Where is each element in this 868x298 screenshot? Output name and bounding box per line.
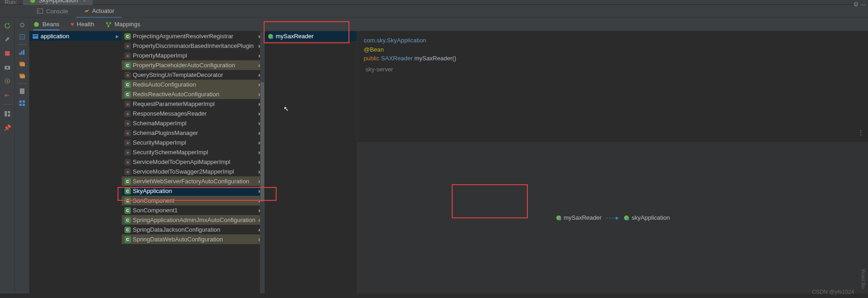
- health-filter[interactable]: ♥ Health: [71, 21, 94, 28]
- bean-item[interactable]: CSpringApplicationAdminJmxAutoConfigurat…: [122, 215, 265, 225]
- bean-item-label: ServletWebServerFactoryAutoConfiguration: [133, 178, 249, 185]
- class-icon: C: [124, 62, 131, 69]
- app-run-tab[interactable]: SkyApplication ×: [23, 0, 93, 5]
- mappings-label: Mappings: [114, 21, 140, 28]
- bug-rerun-icon[interactable]: [3, 76, 12, 86]
- code-annotation: @Bean: [364, 46, 384, 53]
- bean-item[interactable]: ●SecurityMapperImpl▶: [122, 138, 265, 147]
- stop-icon[interactable]: [3, 49, 12, 58]
- tool-icon[interactable]: [3, 35, 12, 44]
- bean-item[interactable]: CPropertyPlaceholderAutoConfiguration▶: [122, 60, 265, 70]
- refresh-icon[interactable]: [18, 20, 27, 29]
- arrow-icon: - - - -▸: [606, 214, 619, 221]
- doc-icon[interactable]: [18, 87, 27, 96]
- class-icon: C: [124, 33, 131, 40]
- bean-item[interactable]: ●RequestParameterMapperImpl▶: [122, 99, 265, 109]
- svg-rect-18: [20, 88, 24, 94]
- bean-item[interactable]: ●PropertyMapperImpl▶: [122, 51, 265, 60]
- chart-icon[interactable]: [18, 47, 27, 57]
- svg-rect-12: [21, 51, 23, 55]
- bean-item[interactable]: ●SecuritySchemeMapperImpl▶: [122, 147, 265, 157]
- class-icon: C: [124, 91, 131, 98]
- layout-icon[interactable]: [3, 109, 12, 118]
- watermark: CSDN @yfs1024: [812, 289, 854, 295]
- mappings-icon: [105, 21, 112, 28]
- run-label: Run:: [5, 0, 17, 6]
- component-icon: ●: [124, 159, 131, 165]
- graph-pane[interactable]: mySaxReader - - - -▸ skyApplication: [357, 142, 868, 293]
- svg-rect-1: [37, 9, 43, 13]
- bean-item-label: SpringApplicationAdminJmxAutoConfigurati…: [133, 216, 255, 223]
- bean-item[interactable]: CRedisAutoConfiguration▶: [122, 80, 265, 89]
- bean-item-label: QueryStringUriTemplateDecorator: [133, 71, 223, 78]
- minimize-icon[interactable]: —: [860, 1, 866, 8]
- console-tab[interactable]: Console: [30, 5, 76, 18]
- class-icon: C: [124, 188, 131, 194]
- svg-rect-28: [34, 35, 37, 35]
- mysaxreader-item[interactable]: mySaxReader: [265, 31, 357, 41]
- bean-item[interactable]: CSpringDataWebAutoConfiguration▶: [122, 234, 265, 244]
- scrollbar[interactable]: [260, 31, 265, 293]
- rerun-icon[interactable]: [3, 21, 12, 30]
- bean-item[interactable]: ●ResponseMessagesReader▶: [122, 109, 265, 118]
- layers-icon[interactable]: [18, 59, 27, 69]
- svg-point-6: [6, 80, 8, 82]
- bean-item[interactable]: CServletWebServerFactoryAutoConfiguratio…: [122, 176, 265, 186]
- bean-item[interactable]: ●ServiceModelToSwagger2MapperImpl▶: [122, 167, 265, 176]
- mouse-cursor: ↖: [283, 105, 289, 112]
- bean-item[interactable]: CSpringDataJacksonConfiguration▶: [122, 225, 265, 234]
- component-icon: ●: [124, 111, 131, 117]
- bean-item[interactable]: ●ServiceModelToOpenApiMapperImpl▶: [122, 157, 265, 167]
- application-item[interactable]: application ▶: [30, 31, 122, 41]
- bean-item[interactable]: CProjectingArgumentResolverRegistrar▶: [122, 31, 265, 41]
- code-pane: com.sky.SkyApplication @Bean public SAXR…: [357, 31, 868, 142]
- bean-item[interactable]: CSonComponent1▶: [122, 205, 265, 215]
- bean-item-label: SecurityMapperImpl: [133, 139, 186, 146]
- spring-bean-icon: [623, 215, 630, 221]
- svg-point-26: [107, 25, 109, 27]
- grid-icon[interactable]: [18, 99, 27, 108]
- component-icon: ●: [124, 169, 131, 175]
- bean-item-label: RedisReactiveAutoConfiguration: [133, 91, 219, 98]
- svg-rect-2: [5, 51, 10, 56]
- close-icon[interactable]: ×: [83, 0, 86, 4]
- link-icon[interactable]: [18, 32, 27, 41]
- code-keyword: public: [364, 55, 379, 62]
- pin-icon[interactable]: 📌: [3, 123, 12, 132]
- module-icon: [32, 33, 39, 40]
- svg-rect-11: [19, 53, 21, 55]
- graph-node-mysaxreader[interactable]: mySaxReader: [555, 214, 602, 221]
- bean-item[interactable]: CSonComponent▶: [122, 196, 265, 205]
- bean-item[interactable]: ●SchemaMapperImpl▶: [122, 118, 265, 128]
- console-icon: [37, 8, 43, 14]
- more-icon[interactable]: ⋮: [858, 128, 864, 137]
- gear-icon[interactable]: ⚙: [853, 1, 859, 8]
- component-icon: ●: [124, 43, 131, 49]
- component-icon: ●: [124, 72, 131, 78]
- class-icon: C: [124, 198, 131, 204]
- svg-rect-20: [23, 100, 25, 103]
- component-icon: ●: [124, 101, 131, 107]
- mappings-filter[interactable]: Mappings: [105, 21, 140, 28]
- camera-icon[interactable]: [3, 63, 12, 72]
- right-sidebar-label[interactable]: Word Bo: [861, 269, 866, 289]
- actuator-tab[interactable]: Actuator: [76, 5, 122, 18]
- layers2-icon[interactable]: [18, 71, 27, 81]
- bean-item[interactable]: CRedisReactiveAutoConfiguration▶: [122, 89, 265, 99]
- bean-item[interactable]: ●PropertyDiscriminatorBasedInheritancePl…: [122, 41, 265, 51]
- svg-point-31: [271, 36, 273, 39]
- bean-item[interactable]: ●SchemaPluginsManager▶: [122, 128, 265, 138]
- component-icon: ●: [124, 130, 131, 136]
- graph-node-skyapplication[interactable]: skyApplication: [623, 214, 670, 221]
- bean-item-label: PropertyDiscriminatorBasedInheritancePlu…: [133, 42, 254, 49]
- exit-icon[interactable]: ⇤: [3, 90, 12, 99]
- application-label: application: [41, 33, 69, 40]
- svg-point-25: [109, 22, 111, 24]
- code-type: SAXReader: [381, 55, 413, 62]
- beans-filter[interactable]: Beans: [33, 21, 59, 30]
- bean-item[interactable]: CSkyApplication▶: [122, 186, 265, 196]
- spring-bean-icon: [267, 33, 274, 40]
- filter-row: Beans ♥ Health Mappings: [30, 18, 868, 31]
- beans-column: CProjectingArgumentResolverRegistrar▶●Pr…: [122, 31, 265, 293]
- bean-item[interactable]: ●QueryStringUriTemplateDecorator▶: [122, 70, 265, 80]
